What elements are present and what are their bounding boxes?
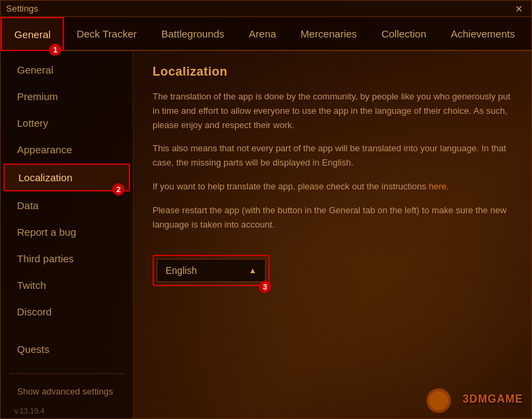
desc-paragraph-4: Please restart the app (with the button …: [153, 204, 512, 232]
selected-language: English: [166, 265, 197, 276]
tab-collection[interactable]: Collection: [369, 17, 439, 51]
sidebar-item-data[interactable]: Data: [3, 193, 130, 218]
dropdown-arrow-icon: ▲: [249, 266, 257, 275]
sidebar-item-localization[interactable]: Localization 2: [3, 164, 130, 191]
watermark: 3DMGAME: [422, 386, 523, 413]
sidebar-item-report-bug[interactable]: Report a bug: [3, 219, 130, 245]
sidebar-item-twitch[interactable]: Twitch: [3, 273, 130, 298]
sidebar-item-general[interactable]: General: [3, 57, 130, 82]
close-button[interactable]: ✕: [512, 4, 526, 14]
sidebar-item-third-parties[interactable]: Third parties: [3, 246, 130, 271]
sidebar-bottom: Show advanced settings v.13.19.4: [1, 362, 133, 418]
version-label: v.13.19.4: [1, 404, 133, 418]
sidebar-item-discord[interactable]: Discord: [3, 299, 130, 324]
tab-mercenaries[interactable]: Mercenaries: [288, 17, 369, 51]
language-select-container: English ▲ 3: [153, 241, 270, 286]
tab-battlegrounds[interactable]: Battlegrounds: [149, 17, 237, 51]
language-select-wrapper: English ▲: [153, 255, 270, 286]
tab-deck-tracker[interactable]: Deck Tracker: [64, 17, 148, 51]
annotation-3: 3: [259, 281, 271, 293]
svg-point-1: [429, 391, 448, 410]
sidebar: General Premium Lottery Appearance Local…: [1, 51, 134, 418]
window-title: Settings: [6, 3, 38, 14]
section-title: Localization: [153, 65, 512, 79]
main-content: Localization The translation of the app …: [134, 51, 531, 418]
app-window: Settings ✕ General 1 Deck Tracker Battle…: [0, 0, 532, 419]
annotation-2: 2: [112, 183, 125, 196]
desc-paragraph-3: If you want to help translate the app, p…: [153, 180, 512, 194]
top-navigation: General 1 Deck Tracker Battlegrounds Are…: [1, 17, 531, 51]
desc-paragraph-2: This also means that not every part of t…: [153, 142, 512, 170]
here-link[interactable]: here: [428, 181, 446, 191]
sidebar-divider-bottom: [9, 373, 125, 374]
content-area: General Premium Lottery Appearance Local…: [1, 51, 531, 418]
title-bar: Settings ✕: [1, 1, 531, 17]
tab-arena[interactable]: Arena: [236, 17, 288, 51]
watermark-icon: [422, 386, 456, 413]
sidebar-item-premium[interactable]: Premium: [3, 84, 130, 109]
show-advanced-settings[interactable]: Show advanced settings: [3, 379, 130, 403]
sidebar-item-quests[interactable]: Quests: [3, 337, 130, 362]
language-select-display[interactable]: English ▲: [157, 259, 266, 282]
sidebar-item-appearance[interactable]: Appearance: [3, 137, 130, 162]
sidebar-item-lottery[interactable]: Lottery: [3, 110, 130, 136]
desc-paragraph-1: The translation of the app is done by th…: [153, 90, 512, 132]
tab-general[interactable]: General 1: [1, 17, 64, 51]
watermark-brand: 3DMGAME: [463, 393, 523, 405]
tab-achievements[interactable]: Achievements: [439, 17, 527, 51]
